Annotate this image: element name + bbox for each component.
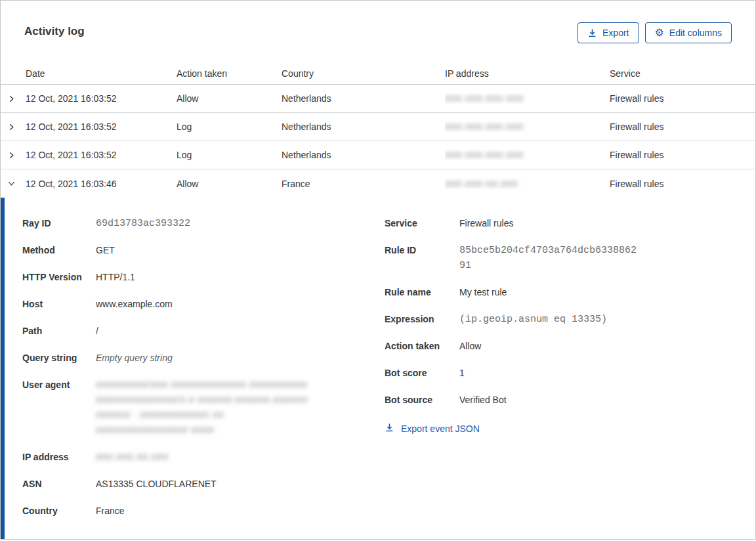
field-label: Bot source xyxy=(385,393,459,408)
page-title: Activity log xyxy=(24,22,85,38)
table-header-row: Date Action taken Country IP address Ser… xyxy=(1,63,755,85)
field-ray-id: Ray ID 69d13783ac393322 xyxy=(22,216,385,231)
field-value-redacted: #########/### ############# ########## #… xyxy=(96,378,308,438)
export-event-json-label: Export event JSON xyxy=(401,423,480,434)
field-label: IP address xyxy=(22,450,96,465)
redacted-line: ##############/#.# ######:######.###### xyxy=(96,393,308,408)
export-event-json-link[interactable]: Export event JSON xyxy=(385,423,480,435)
edit-columns-button[interactable]: ⚙ Edit columns xyxy=(645,22,732,43)
field-host: Host www.example.com xyxy=(22,297,385,312)
field-value: 69d13783ac393322 xyxy=(96,216,190,231)
column-header-service: Service xyxy=(610,68,755,79)
field-rule-name: Rule name My test rule xyxy=(385,285,736,300)
row-ip-address-redacted: ###.###.###.### xyxy=(445,150,524,160)
field-country: Country France xyxy=(22,504,385,519)
row-service: Firewall rules xyxy=(610,150,755,160)
field-query-string: Query string Empty query string xyxy=(22,351,385,366)
row-service: Firewall rules xyxy=(610,121,755,132)
field-label: Ray ID xyxy=(22,216,96,231)
redacted-line: ###### : ############ ## xyxy=(96,408,308,423)
table-row[interactable]: 12 Oct, 2021 16:03:52 Log Netherlands ##… xyxy=(1,113,755,141)
field-label: Method xyxy=(22,243,96,258)
row-date: 12 Oct, 2021 16:03:52 xyxy=(26,93,177,104)
redacted-line: ################ #### xyxy=(96,423,308,438)
field-http-version: HTTP Version HTTP/1.1 xyxy=(22,270,385,285)
field-label: Query string xyxy=(22,351,96,366)
field-value: My test rule xyxy=(459,285,507,300)
field-action-taken: Action taken Allow xyxy=(385,339,736,354)
row-ip-address-redacted: ###.###.##.### xyxy=(445,179,518,189)
field-value: France xyxy=(96,504,125,519)
field-method: Method GET xyxy=(22,243,385,258)
field-path: Path / xyxy=(22,324,385,339)
field-label: Action taken xyxy=(385,339,459,354)
export-button[interactable]: Export xyxy=(578,22,639,43)
redacted-line: #########/### ############# ########## xyxy=(96,378,308,393)
download-icon xyxy=(385,423,394,435)
field-label: Rule ID xyxy=(385,243,459,273)
row-date: 12 Oct, 2021 16:03:52 xyxy=(26,121,177,132)
field-value: 85bce5b204cf4703a764dcb633886291 xyxy=(459,243,642,273)
field-ip-address: IP address ###.###.##.### xyxy=(22,450,385,465)
field-bot-source: Bot source Verified Bot xyxy=(385,393,736,408)
gear-icon: ⚙ xyxy=(655,28,664,38)
field-value: Firewall rules xyxy=(459,216,513,231)
field-label: Service xyxy=(385,216,459,231)
column-header-date: Date xyxy=(26,68,177,79)
field-expression: Expression (ip.geoip.asnum eq 13335) xyxy=(385,312,736,327)
field-value: 1 xyxy=(459,366,465,381)
event-detail-right-column: Service Firewall rules Rule ID 85bce5b20… xyxy=(385,216,736,435)
event-detail-left-column: Ray ID 69d13783ac393322 Method GET HTTP … xyxy=(22,216,385,519)
field-asn: ASN AS13335 CLOUDFLARENET xyxy=(22,477,385,492)
table-row-expanded[interactable]: 12 Oct, 2021 16:03:46 Allow France ###.#… xyxy=(1,169,755,198)
column-header-country: Country xyxy=(282,68,445,79)
edit-columns-button-label: Edit columns xyxy=(669,28,722,38)
field-label: HTTP Version xyxy=(22,270,96,285)
field-rule-id: Rule ID 85bce5b204cf4703a764dcb633886291 xyxy=(385,243,736,273)
row-action-taken: Allow xyxy=(177,179,282,189)
field-value-redacted: ###.###.##.### xyxy=(96,452,169,462)
row-country: Netherlands xyxy=(282,150,445,160)
field-value: / xyxy=(96,324,98,339)
row-date: 12 Oct, 2021 16:03:46 xyxy=(26,179,177,189)
field-label: Host xyxy=(22,297,96,312)
table-row[interactable]: 12 Oct, 2021 16:03:52 Allow Netherlands … xyxy=(1,85,755,113)
field-value: Empty query string xyxy=(96,351,173,366)
field-label: Path xyxy=(22,324,96,339)
field-label: User agent xyxy=(22,378,96,438)
field-value: (ip.geoip.asnum eq 13335) xyxy=(459,312,607,327)
table-row[interactable]: 12 Oct, 2021 16:03:52 Log Netherlands ##… xyxy=(1,141,755,169)
event-detail-panel: Ray ID 69d13783ac393322 Method GET HTTP … xyxy=(1,198,755,539)
toolbar: Export ⚙ Edit columns xyxy=(578,22,732,43)
row-action-taken: Allow xyxy=(177,93,282,104)
field-label: Country xyxy=(22,504,96,519)
row-service: Firewall rules xyxy=(610,93,755,104)
collapse-chevron-icon[interactable] xyxy=(1,179,26,188)
field-value: AS13335 CLOUDFLARENET xyxy=(96,477,217,492)
expand-chevron-icon[interactable] xyxy=(1,94,26,104)
top-bar: Activity log Export ⚙ Edit columns xyxy=(1,1,755,43)
field-value: Allow xyxy=(459,339,481,354)
download-icon xyxy=(587,28,597,38)
field-bot-score: Bot score 1 xyxy=(385,366,736,381)
activity-log-table: Date Action taken Country IP address Ser… xyxy=(1,63,755,198)
field-label: Expression xyxy=(385,312,459,327)
row-action-taken: Log xyxy=(177,121,282,132)
row-date: 12 Oct, 2021 16:03:52 xyxy=(26,150,177,160)
field-label: ASN xyxy=(22,477,96,492)
row-action-taken: Log xyxy=(177,150,282,160)
field-label: Bot score xyxy=(385,366,459,381)
row-service: Firewall rules xyxy=(610,179,755,189)
row-country: France xyxy=(282,179,445,189)
export-button-label: Export xyxy=(602,28,629,38)
field-value: GET xyxy=(96,243,115,258)
field-service: Service Firewall rules xyxy=(385,216,736,231)
column-header-action-taken: Action taken xyxy=(177,68,282,79)
row-ip-address-redacted: ###.###.###.### xyxy=(445,93,524,104)
row-country: Netherlands xyxy=(282,93,445,104)
expand-chevron-icon[interactable] xyxy=(1,150,26,160)
row-country: Netherlands xyxy=(282,121,445,132)
field-label: Rule name xyxy=(385,285,459,300)
expand-chevron-icon[interactable] xyxy=(1,122,26,132)
column-header-ip-address: IP address xyxy=(445,68,610,79)
